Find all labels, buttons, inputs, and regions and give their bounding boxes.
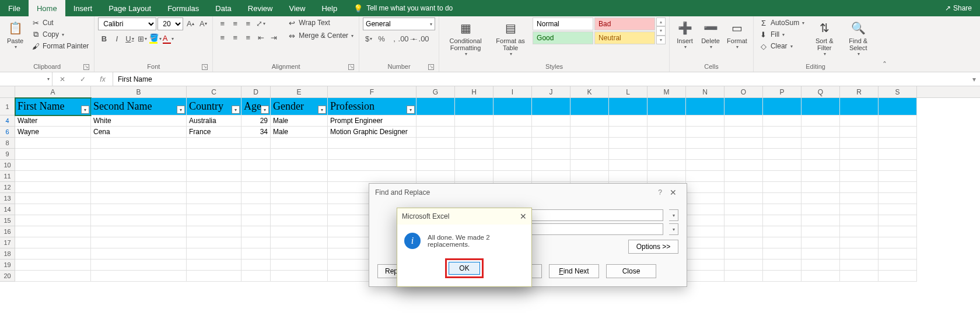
conditional-formatting-button[interactable]: ▦Conditional Formatting▾ xyxy=(443,17,488,58)
cell[interactable] xyxy=(878,138,917,149)
format-painter-button[interactable]: 🖌Format Painter xyxy=(29,41,90,51)
cell[interactable] xyxy=(416,115,455,127)
cell[interactable] xyxy=(648,98,686,115)
cell[interactable] xyxy=(570,127,609,138)
row-header[interactable]: 19 xyxy=(0,260,15,271)
cell[interactable] xyxy=(878,271,917,282)
cell[interactable] xyxy=(724,237,763,248)
cell[interactable] xyxy=(686,171,724,182)
cell[interactable] xyxy=(532,149,570,160)
tab-data[interactable]: Data xyxy=(207,0,239,16)
cell[interactable] xyxy=(609,127,648,138)
cell[interactable] xyxy=(878,98,917,115)
cell[interactable] xyxy=(242,237,271,248)
cell[interactable] xyxy=(187,138,242,149)
cell[interactable] xyxy=(878,149,917,160)
cell[interactable] xyxy=(91,237,187,248)
cell[interactable] xyxy=(187,171,242,182)
cell[interactable] xyxy=(686,160,724,171)
cell[interactable] xyxy=(271,149,328,160)
cell[interactable] xyxy=(763,226,802,237)
cell[interactable] xyxy=(532,171,570,182)
format-cells-button[interactable]: ▭Format▾ xyxy=(724,17,750,51)
cell[interactable] xyxy=(242,138,271,149)
filter-button[interactable]: ▾ xyxy=(232,106,240,114)
cell[interactable] xyxy=(686,149,724,160)
cell[interactable] xyxy=(494,160,532,171)
cell[interactable] xyxy=(724,226,763,237)
cell[interactable] xyxy=(271,193,328,204)
cell[interactable] xyxy=(271,237,328,248)
share-button[interactable]: ↗ Share xyxy=(937,0,980,16)
cell[interactable] xyxy=(242,193,271,204)
cell[interactable] xyxy=(494,98,532,115)
find-select-button[interactable]: 🔍Find & Select▾ xyxy=(842,17,874,58)
cell[interactable] xyxy=(840,127,878,138)
cell[interactable] xyxy=(91,138,187,149)
cell[interactable] xyxy=(724,215,763,226)
cell[interactable] xyxy=(878,127,917,138)
cell[interactable] xyxy=(763,260,802,271)
tell-me-search[interactable]: 💡 Tell me what you want to do xyxy=(345,0,461,16)
cell[interactable] xyxy=(763,248,802,260)
cell[interactable] xyxy=(271,182,328,193)
cell[interactable] xyxy=(686,204,724,215)
cell[interactable] xyxy=(840,182,878,193)
cell[interactable] xyxy=(840,115,878,127)
replace-with-dropdown[interactable]: ▾ xyxy=(669,223,678,235)
cell[interactable] xyxy=(686,98,724,115)
cell[interactable]: Cena xyxy=(91,127,187,138)
cell[interactable] xyxy=(802,271,840,282)
cell[interactable] xyxy=(802,193,840,204)
cell[interactable] xyxy=(724,248,763,260)
col-header-J[interactable]: J xyxy=(532,86,570,97)
cell[interactable] xyxy=(15,226,91,237)
cell[interactable] xyxy=(570,171,609,182)
cell[interactable]: 29 xyxy=(242,115,271,127)
autosum-button[interactable]: ΣAutoSum▾ xyxy=(757,17,806,28)
cell[interactable] xyxy=(242,182,271,193)
cell[interactable] xyxy=(878,237,917,248)
cell[interactable] xyxy=(686,215,724,226)
cell[interactable] xyxy=(763,271,802,282)
cell[interactable] xyxy=(242,226,271,237)
select-all-corner[interactable] xyxy=(0,86,15,97)
fx-button[interactable]: fx xyxy=(100,75,105,83)
cell[interactable] xyxy=(416,98,455,115)
insert-cells-button[interactable]: ➕Insert▾ xyxy=(673,17,696,51)
cell[interactable] xyxy=(532,98,570,115)
col-header-K[interactable]: K xyxy=(570,86,609,97)
cell[interactable] xyxy=(91,204,187,215)
col-header-L[interactable]: L xyxy=(609,86,648,97)
cell[interactable]: France xyxy=(187,127,242,138)
cell[interactable] xyxy=(494,115,532,127)
enter-formula-button[interactable]: ✓ xyxy=(80,75,86,83)
cell[interactable]: 34 xyxy=(242,127,271,138)
close-button[interactable]: Close xyxy=(606,264,656,278)
cell[interactable] xyxy=(91,226,187,237)
row-header[interactable]: 11 xyxy=(0,171,15,182)
cell[interactable] xyxy=(802,138,840,149)
cell[interactable] xyxy=(570,149,609,160)
cell[interactable] xyxy=(271,204,328,215)
cell[interactable] xyxy=(455,149,494,160)
cell[interactable] xyxy=(416,160,455,171)
find-next-button[interactable]: Find Next xyxy=(549,264,599,278)
row-header[interactable]: 18 xyxy=(0,248,15,260)
ok-button[interactable]: OK xyxy=(449,262,480,275)
cell[interactable] xyxy=(802,171,840,182)
cell[interactable] xyxy=(271,271,328,282)
collapse-ribbon-button[interactable]: ˄ xyxy=(877,16,891,72)
cell[interactable] xyxy=(242,171,271,182)
copy-button[interactable]: ⧉Copy▾ xyxy=(29,29,90,40)
cell[interactable] xyxy=(494,149,532,160)
cell[interactable] xyxy=(91,248,187,260)
cell[interactable] xyxy=(763,215,802,226)
cell[interactable] xyxy=(187,271,242,282)
number-launcher[interactable]: ↘ xyxy=(428,64,434,70)
cell[interactable] xyxy=(840,237,878,248)
cell[interactable] xyxy=(15,248,91,260)
cell[interactable] xyxy=(840,193,878,204)
cell[interactable] xyxy=(724,271,763,282)
fill-button[interactable]: ⬇Fill▾ xyxy=(757,29,806,40)
